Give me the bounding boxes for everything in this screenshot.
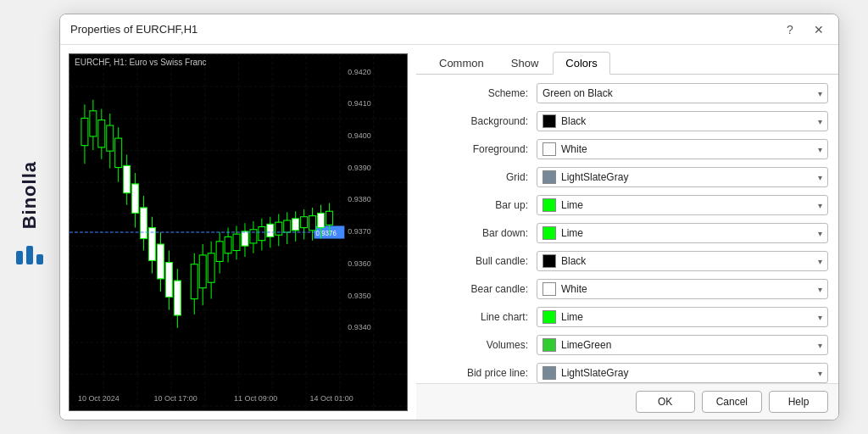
svg-rect-39 [165,263,172,298]
props-form: Scheme: Green on Black ▾ Background: [416,75,838,383]
svg-rect-59 [259,227,265,241]
scheme-select[interactable]: Green on Black ▾ [537,83,828,103]
bar-up-select[interactable]: Lime ▾ [537,195,828,215]
foreground-swatch [542,142,556,156]
bar-up-chevron: ▾ [818,201,822,210]
bull-candle-select[interactable]: Black ▾ [537,251,828,271]
svg-rect-21 [90,111,97,136]
svg-rect-25 [107,125,114,151]
scheme-label: Scheme: [426,87,537,99]
app-name: Binolla [19,161,41,229]
background-swatch [542,114,556,128]
scheme-chevron: ▾ [818,89,822,98]
bid-price-line-select[interactable]: LightSlateGray ▾ [537,363,828,383]
tab-common[interactable]: Common [426,52,497,74]
svg-rect-37 [157,244,164,279]
titlebar-buttons: ? ✕ [781,20,828,39]
svg-rect-29 [124,165,131,192]
tabs-row: Common Show Colors [416,45,838,75]
chart-icon [14,242,45,273]
svg-text:11 Oct 09:00: 11 Oct 09:00 [234,394,277,403]
bar-down-value: Lime [561,227,583,239]
chart-svg: 0.9420 0.9410 0.9400 0.9390 0.9380 0.937… [70,54,407,410]
svg-text:0.9360: 0.9360 [348,259,370,268]
line-chart-select[interactable]: Lime ▾ [537,307,828,327]
svg-rect-55 [242,231,248,246]
bar-up-swatch [542,198,556,212]
bar-down-row: Bar down: Lime ▾ [426,221,828,245]
bull-candle-value: Black [561,255,586,267]
bar-down-label: Bar down: [426,227,537,239]
help-titlebar-button[interactable]: ? [781,20,799,39]
svg-text:0.9376: 0.9376 [316,229,337,237]
svg-rect-57 [250,230,257,243]
line-chart-label: Line chart: [426,311,537,323]
sidebar: Binolla [0,0,59,434]
help-button[interactable]: Help [769,391,828,413]
grid-value: LightSlateGray [561,171,628,183]
scheme-value: Green on Black [542,87,613,99]
dialog-footer: OK Cancel Help [416,383,838,420]
line-chart-swatch [542,310,556,324]
bull-candle-chevron: ▾ [818,257,822,266]
foreground-select[interactable]: White ▾ [537,139,828,159]
bear-candle-label: Bear candle: [426,283,537,295]
bull-candle-row: Bull candle: Black ▾ [426,249,828,273]
svg-rect-45 [199,255,206,288]
chart-label: EURCHF, H1: Euro vs Swiss Franc [75,58,207,67]
chart-area: EURCHF, H1: Euro vs Swiss Franc 0.9420 [60,45,416,420]
svg-rect-65 [284,220,291,232]
svg-text:0.9370: 0.9370 [348,227,370,236]
svg-rect-23 [98,120,105,147]
bid-price-line-label: Bid price line: [426,367,537,379]
svg-rect-69 [301,217,308,228]
svg-rect-0 [16,251,23,264]
grid-swatch [542,170,556,184]
bear-candle-row: Bear candle: White ▾ [426,277,828,301]
foreground-chevron: ▾ [818,145,822,154]
svg-rect-49 [216,242,223,262]
dialog-body: EURCHF, H1: Euro vs Swiss Franc 0.9420 [60,45,838,420]
svg-text:0.9420: 0.9420 [348,67,370,75]
svg-rect-76 [318,213,325,227]
background-value: Black [561,115,586,127]
background-row: Background: Black ▾ [426,109,828,133]
svg-text:14 Oct 01:00: 14 Oct 01:00 [310,394,353,403]
ok-button[interactable]: OK [636,391,695,413]
tab-colors[interactable]: Colors [553,52,610,75]
volumes-row: Volumes: LimeGreen ▾ [426,333,828,357]
svg-rect-78 [326,211,332,225]
bear-candle-value: White [561,283,587,295]
volumes-select[interactable]: LimeGreen ▾ [537,335,828,355]
cancel-button[interactable]: Cancel [702,391,762,413]
bear-candle-chevron: ▾ [818,285,822,294]
close-button[interactable]: ✕ [810,20,828,39]
bid-price-line-row: Bid price line: LightSlateGray ▾ [426,361,828,383]
grid-label: Grid: [426,171,537,183]
bar-up-value: Lime [561,199,583,211]
svg-rect-1 [26,246,33,264]
svg-rect-51 [225,236,231,253]
background-chevron: ▾ [818,117,822,126]
volumes-swatch [542,338,556,352]
background-select[interactable]: Black ▾ [537,111,828,131]
dialog-title: Properties of EURCHF,H1 [70,23,198,36]
svg-rect-53 [233,234,240,250]
foreground-row: Foreground: White ▾ [426,137,828,161]
foreground-value: White [561,143,587,155]
foreground-label: Foreground: [426,143,537,155]
bar-down-select[interactable]: Lime ▾ [537,223,828,243]
svg-text:0.9350: 0.9350 [348,291,370,299]
grid-row: Grid: LightSlateGray ▾ [426,165,828,189]
svg-rect-61 [267,224,274,236]
bar-down-swatch [542,226,556,240]
bear-candle-select[interactable]: White ▾ [537,279,828,299]
line-chart-value: Lime [561,311,583,323]
grid-select[interactable]: LightSlateGray ▾ [537,167,828,187]
line-chart-chevron: ▾ [818,313,822,322]
svg-rect-2 [36,254,43,264]
svg-text:0.9380: 0.9380 [348,195,370,203]
svg-rect-67 [292,219,299,231]
svg-text:0.9400: 0.9400 [348,131,370,140]
tab-show[interactable]: Show [498,52,552,74]
